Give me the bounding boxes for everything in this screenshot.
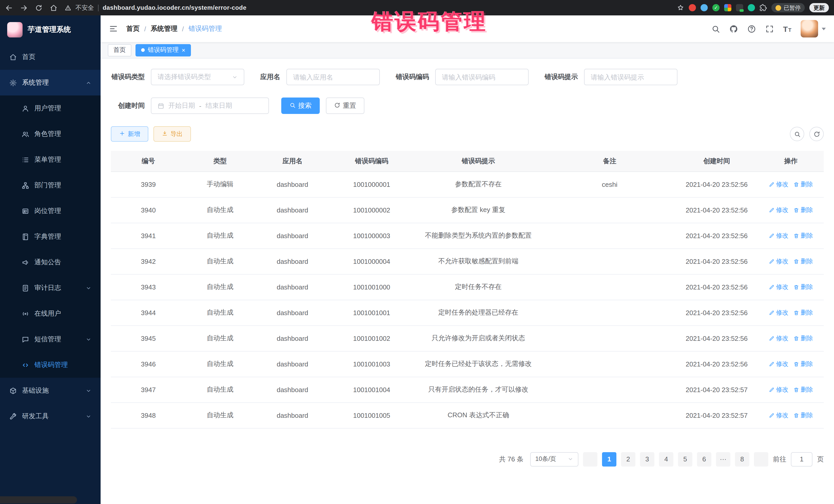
sidebar-item-audit[interactable]: 审计日志 xyxy=(0,275,101,301)
cell-time: 2021-04-20 23:52:56 xyxy=(675,325,758,351)
cell-code: 1001000001 xyxy=(331,171,413,197)
edit-link[interactable]: 修改 xyxy=(769,231,788,240)
delete-link[interactable]: 删除 xyxy=(793,283,813,291)
avatar xyxy=(800,20,818,38)
paused-badge[interactable]: 已暂停 xyxy=(771,3,805,12)
next-page-button[interactable] xyxy=(754,452,768,466)
delete-link[interactable]: 删除 xyxy=(793,308,813,317)
sidebar-item-dict[interactable]: 字典管理 xyxy=(0,224,101,249)
tab-错误码管理[interactable]: 错误码管理× xyxy=(135,44,191,56)
error-msg-input[interactable] xyxy=(584,69,678,85)
add-button[interactable]: 新增 xyxy=(111,126,148,141)
cell-id: 3948 xyxy=(111,402,186,428)
breadcrumb-item[interactable]: 首页 xyxy=(126,24,139,34)
page-button-4[interactable]: 4 xyxy=(659,452,673,466)
question-icon[interactable] xyxy=(747,24,756,33)
filter-time: 创建时间 开始日期 - 结束日期 xyxy=(111,97,269,114)
delete-link[interactable]: 删除 xyxy=(793,180,813,189)
hamburger-icon[interactable] xyxy=(109,24,118,34)
search-button[interactable]: 搜索 xyxy=(281,97,320,114)
prev-page-button[interactable] xyxy=(583,452,597,466)
page-button-8[interactable]: 8 xyxy=(735,452,749,466)
address-divider xyxy=(98,4,98,11)
cell-id: 3939 xyxy=(111,171,186,197)
record-icon[interactable] xyxy=(689,4,696,11)
edit-link[interactable]: 修改 xyxy=(769,205,788,214)
app-name-input[interactable] xyxy=(286,69,380,85)
edit-link[interactable]: 修改 xyxy=(769,334,788,343)
log-icon xyxy=(22,284,29,292)
logo-title: 芋道管理系统 xyxy=(28,25,71,35)
cell-code: 1001000004 xyxy=(331,248,413,274)
edit-link[interactable]: 修改 xyxy=(769,257,788,266)
page-size-select[interactable]: 10条/页 xyxy=(530,452,578,466)
sidebar-item-errorcode[interactable]: 错误码管理 xyxy=(0,352,101,378)
delete-link[interactable]: 删除 xyxy=(793,334,813,343)
sidebar-item-role[interactable]: 角色管理 xyxy=(0,121,101,147)
github-icon[interactable] xyxy=(729,24,738,33)
page-button-3[interactable]: 3 xyxy=(640,452,654,466)
table-row: 3939手动编辑dashboard1001000001参数配置不存在ceshi2… xyxy=(111,171,824,197)
font-size-icon[interactable]: TT xyxy=(783,25,791,32)
toggle-search-button[interactable] xyxy=(790,127,804,141)
onetab-icon[interactable] xyxy=(736,4,743,11)
error-code-input[interactable] xyxy=(435,69,529,85)
edit-link[interactable]: 修改 xyxy=(769,308,788,317)
drop-icon[interactable] xyxy=(701,4,708,11)
delete-link[interactable]: 删除 xyxy=(793,411,813,420)
sidebar-item-online[interactable]: 在线用户 xyxy=(0,301,101,326)
refresh-icon xyxy=(813,131,820,137)
home-icon[interactable] xyxy=(50,4,58,12)
page-button-6[interactable]: 6 xyxy=(697,452,711,466)
sidebar-item-system[interactable]: 系统管理 xyxy=(0,70,101,95)
back-icon[interactable] xyxy=(5,4,13,12)
close-icon[interactable]: × xyxy=(182,47,185,53)
page-button-2[interactable]: 2 xyxy=(621,452,635,466)
edit-link[interactable]: 修改 xyxy=(769,411,788,420)
page-button-5[interactable]: 5 xyxy=(678,452,692,466)
fullscreen-icon[interactable] xyxy=(765,24,774,33)
error-type-select[interactable]: 请选择错误码类型 xyxy=(151,69,244,85)
more-pages-button[interactable]: ··· xyxy=(716,452,730,466)
delete-link[interactable]: 删除 xyxy=(793,385,813,394)
sidebar-item-home[interactable]: 首页 xyxy=(0,44,101,70)
export-button[interactable]: 导出 xyxy=(153,126,191,141)
check-circle-icon[interactable] xyxy=(712,4,720,11)
page-button-1[interactable]: 1 xyxy=(602,452,616,466)
goto-page-input[interactable] xyxy=(791,452,812,466)
apps-grid-icon[interactable] xyxy=(724,4,731,11)
edit-link[interactable]: 修改 xyxy=(769,359,788,368)
reload-icon[interactable] xyxy=(35,4,43,12)
search-icon[interactable] xyxy=(711,24,720,33)
tab-首页[interactable]: 首页 xyxy=(108,44,131,56)
sidebar-logo[interactable]: 芋道管理系统 xyxy=(0,15,101,44)
puzzle-icon[interactable] xyxy=(760,4,767,11)
sidebar-item-menu[interactable]: 菜单管理 xyxy=(0,147,101,172)
sidebar-item-dept[interactable]: 部门管理 xyxy=(0,172,101,198)
cell-app: dashboard xyxy=(254,351,331,377)
delete-link[interactable]: 删除 xyxy=(793,231,813,240)
delete-link[interactable]: 删除 xyxy=(793,205,813,214)
address-bar[interactable]: 不安全 dashboard.yudao.iocoder.cn/system/er… xyxy=(65,3,671,12)
sidebar-item-sms[interactable]: 短信管理 xyxy=(0,326,101,352)
edit-link[interactable]: 修改 xyxy=(769,283,788,291)
grammarly-icon[interactable] xyxy=(748,4,755,11)
browser-update-button[interactable]: 更新 xyxy=(809,3,829,12)
breadcrumb-item[interactable]: 系统管理 xyxy=(151,24,177,34)
sidebar-item-devtools[interactable]: 研发工具 xyxy=(0,403,101,429)
user-avatar-menu[interactable] xyxy=(800,20,826,38)
sidebar-item-user[interactable]: 用户管理 xyxy=(0,95,101,121)
sidebar-item-infra[interactable]: 基础设施 xyxy=(0,378,101,403)
filter-row-1: 错误码类型 请选择错误码类型 应用名 错误码编码 xyxy=(111,69,824,85)
delete-link[interactable]: 删除 xyxy=(793,359,813,368)
edit-link[interactable]: 修改 xyxy=(769,180,788,189)
bookmark-star-icon[interactable] xyxy=(677,4,684,11)
forward-icon[interactable] xyxy=(20,4,28,12)
refresh-table-button[interactable] xyxy=(809,127,824,141)
date-range-picker[interactable]: 开始日期 - 结束日期 xyxy=(151,97,269,114)
sidebar-item-post[interactable]: 岗位管理 xyxy=(0,198,101,224)
sidebar-item-notice[interactable]: 通知公告 xyxy=(0,249,101,275)
reset-button[interactable]: 重置 xyxy=(326,97,365,114)
delete-link[interactable]: 删除 xyxy=(793,257,813,266)
edit-link[interactable]: 修改 xyxy=(769,385,788,394)
